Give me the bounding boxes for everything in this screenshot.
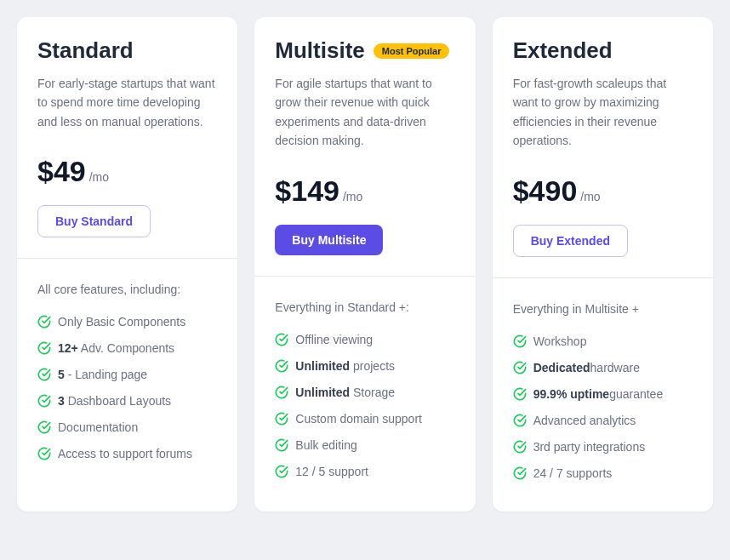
feature-text: 5 - Landing page	[58, 366, 147, 384]
feature-item: Documentation	[37, 419, 217, 437]
feature-text: Bulk editing	[295, 437, 356, 454]
feature-text: Offline viewing	[295, 331, 373, 349]
feature-item: Only Basic Components	[37, 313, 217, 331]
card-bottom: Everything in Standard +:Offline viewing…	[254, 277, 475, 510]
feature-item: Offline viewing	[275, 331, 454, 349]
plan-description: For early-stage startups that want to sp…	[37, 74, 217, 131]
title-row: Extended	[513, 37, 693, 64]
feature-item: 24 / 7 supports	[513, 465, 693, 483]
price: $49	[37, 155, 86, 188]
price-period: /mo	[89, 170, 109, 184]
feature-item: Unlimited projects	[275, 357, 454, 375]
check-icon	[37, 420, 51, 434]
price-period: /mo	[343, 190, 362, 203]
check-icon	[513, 387, 527, 401]
card-bottom: Everything in Multisite +WorkshopDedicat…	[493, 278, 713, 511]
check-icon	[513, 414, 527, 427]
check-icon	[513, 440, 527, 454]
feature-item: 5 - Landing page	[37, 366, 217, 384]
feature-text: 12 / 5 support	[295, 463, 368, 481]
check-icon	[275, 386, 288, 399]
feature-text: 3 Dashboard Layouts	[58, 392, 171, 410]
feature-item: 12 / 5 support	[275, 463, 454, 481]
title-row: MultisiteMost Popular	[275, 37, 454, 64]
feature-text: Advanced analytics	[533, 412, 636, 430]
popular-badge: Most Popular	[374, 43, 450, 59]
buy-button-extended[interactable]: Buy Extended	[513, 225, 628, 257]
price: $149	[275, 174, 339, 208]
check-icon	[513, 361, 527, 374]
pricing-card-extended: ExtendedFor fast-growth scaleups that wa…	[493, 17, 713, 511]
price-row: $149/mo	[275, 174, 454, 208]
feature-item: 12+ Adv. Components	[37, 340, 217, 357]
buy-button-multisite[interactable]: Buy Multisite	[275, 225, 383, 255]
feature-item: Dedicatedhardware	[513, 359, 693, 377]
plan-description: For fast-growth scaleups that want to gr…	[513, 74, 693, 151]
feature-item: 3rd party integrations	[513, 438, 693, 456]
card-top: ExtendedFor fast-growth scaleups that wa…	[493, 17, 713, 277]
check-icon	[37, 315, 51, 329]
plan-description: For agile startups that want to grow the…	[275, 74, 454, 151]
feature-item: Workshop	[513, 333, 693, 351]
pricing-card-standard: StandardFor early-stage startups that wa…	[17, 17, 237, 511]
check-icon	[275, 412, 288, 426]
price-row: $490/mo	[513, 174, 693, 208]
price-period: /mo	[580, 190, 600, 203]
price-row: $49/mo	[37, 155, 217, 188]
feature-item: Bulk editing	[275, 437, 454, 454]
check-icon	[513, 466, 527, 480]
pricing-container: StandardFor early-stage startups that wa…	[17, 17, 713, 511]
pricing-card-multisite: MultisiteMost PopularFor agile startups …	[254, 17, 475, 511]
title-row: Standard	[37, 37, 217, 64]
plan-title: Multisite	[275, 37, 364, 64]
check-icon	[37, 341, 51, 355]
feature-item: Custom domain support	[275, 410, 454, 428]
feature-text: Documentation	[58, 419, 138, 437]
feature-text: Unlimited projects	[295, 357, 395, 375]
feature-item: Unlimited Storage	[275, 384, 454, 402]
feature-text: 3rd party integrations	[533, 438, 646, 456]
buy-button-standard[interactable]: Buy Standard	[37, 205, 151, 237]
feature-text: Only Basic Components	[58, 313, 185, 331]
check-icon	[513, 334, 527, 348]
feature-text: Dedicatedhardware	[533, 359, 640, 377]
plan-title: Extended	[513, 37, 613, 64]
features-heading: Everything in Multisite +	[513, 302, 693, 316]
feature-item: Advanced analytics	[513, 412, 693, 430]
check-icon	[37, 368, 51, 381]
check-icon	[275, 333, 288, 346]
features-list: Only Basic Components12+ Adv. Components…	[37, 313, 217, 463]
feature-text: Workshop	[533, 333, 587, 351]
feature-text: Unlimited Storage	[295, 384, 395, 402]
card-top: MultisiteMost PopularFor agile startups …	[254, 17, 475, 276]
feature-text: 99.9% uptimeguarantee	[533, 386, 664, 403]
check-icon	[275, 359, 288, 373]
features-list: WorkshopDedicatedhardware99.9% uptimegua…	[513, 333, 693, 483]
check-icon	[37, 447, 51, 460]
card-bottom: All core features, including:Only Basic …	[17, 259, 237, 492]
card-top: StandardFor early-stage startups that wa…	[17, 17, 237, 258]
check-icon	[37, 394, 51, 408]
features-list: Offline viewingUnlimited projectsUnlimit…	[275, 331, 454, 481]
feature-text: Access to support forums	[58, 445, 192, 463]
feature-text: Custom domain support	[295, 410, 422, 428]
feature-text: 24 / 7 supports	[533, 465, 613, 483]
check-icon	[275, 438, 288, 452]
feature-item: Access to support forums	[37, 445, 217, 463]
price: $490	[513, 174, 578, 208]
feature-item: 3 Dashboard Layouts	[37, 392, 217, 410]
features-heading: Everything in Standard +:	[275, 300, 454, 314]
feature-item: 99.9% uptimeguarantee	[513, 386, 693, 403]
plan-title: Standard	[37, 37, 134, 64]
features-heading: All core features, including:	[37, 283, 217, 296]
feature-text: 12+ Adv. Components	[58, 340, 174, 357]
check-icon	[275, 465, 288, 478]
